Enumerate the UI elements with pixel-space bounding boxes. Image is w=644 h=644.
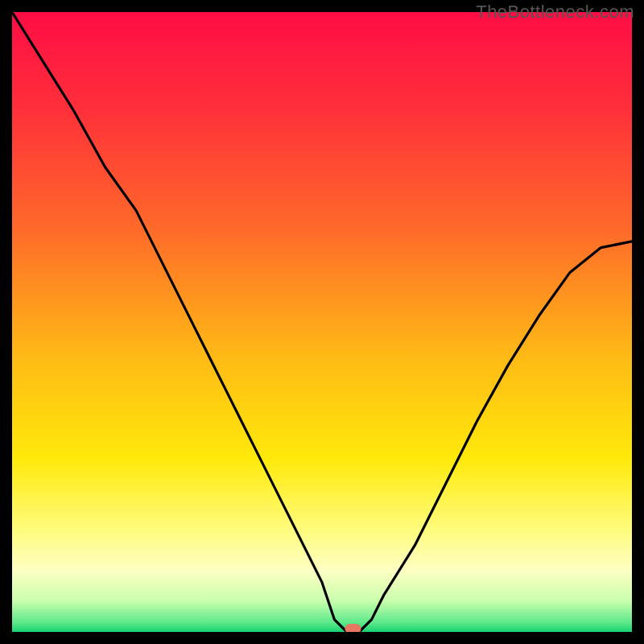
marker-dot xyxy=(345,624,361,632)
watermark-text: TheBottleneck.com xyxy=(476,2,634,23)
chart-stage: TheBottleneck.com xyxy=(0,0,644,644)
gradient-background xyxy=(12,12,632,632)
chart-svg xyxy=(12,12,632,632)
plot-area xyxy=(12,12,632,632)
